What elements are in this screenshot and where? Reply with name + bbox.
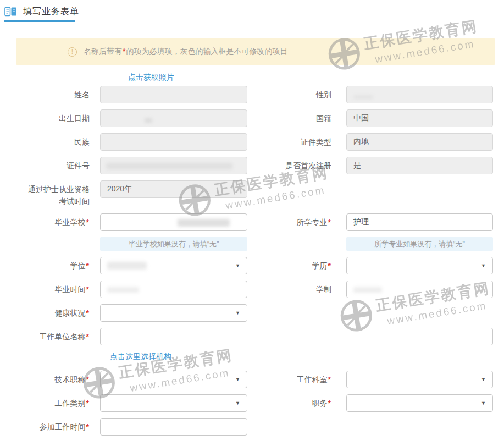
notice-bar: ! 名称后带有*的项为必填项，灰色的输入框是不可修改的项目 xyxy=(16,38,495,65)
dropdown-arrow-icon: ▼ xyxy=(235,400,240,406)
work-department-select[interactable]: ▼ xyxy=(346,371,493,388)
major-hint: 所学专业如果没有，请填“无” xyxy=(346,237,493,251)
position-select[interactable]: ▼ xyxy=(346,394,493,412)
name-input xyxy=(100,86,247,103)
form-row: 毕业时间* 学制 xyxy=(0,280,504,298)
required-asterisk: * xyxy=(123,47,125,56)
schooling-length-label: 学制 xyxy=(247,283,331,295)
required-asterisk: * xyxy=(328,261,331,270)
active-tab-underline xyxy=(4,20,75,22)
graduation-time-label: 毕业时间* xyxy=(0,283,90,295)
dropdown-arrow-icon: ▼ xyxy=(235,310,240,316)
business-form: 姓名 性别 出生日期 国籍 中国 民族 证件类型 内地 证件号 是否首次注册 是… xyxy=(0,86,504,436)
health-status-label: 健康状况* xyxy=(0,307,90,319)
form-row: 工作类别* ▼ 职务* ▼ xyxy=(0,394,504,412)
education-label: 学历* xyxy=(247,260,331,272)
redacted-value xyxy=(353,287,382,293)
dropdown-arrow-icon: ▼ xyxy=(235,377,240,382)
redacted-value xyxy=(106,163,232,169)
exam-pass-time-input: 2020年 xyxy=(100,180,247,198)
dropdown-arrow-icon: ▼ xyxy=(481,377,486,382)
work-start-time-label: 参加工作时间* xyxy=(0,421,90,433)
nationality-label: 国籍 xyxy=(247,112,331,124)
dropdown-arrow-icon: ▼ xyxy=(481,400,486,406)
required-asterisk: * xyxy=(328,399,331,408)
id-type-input: 内地 xyxy=(346,133,493,151)
major-label: 所学专业* xyxy=(247,216,331,228)
required-asterisk: * xyxy=(86,285,89,294)
required-asterisk: * xyxy=(86,218,89,227)
first-registration-input: 是 xyxy=(346,157,493,174)
work-unit-name-label: 工作单位名称* xyxy=(0,331,90,343)
notice-text: 名称后带有*的项为必填项，灰色的输入框是不可修改的项目 xyxy=(84,47,287,57)
form-row: 健康状况* ▼ xyxy=(0,304,504,322)
graduation-school-input[interactable] xyxy=(100,213,247,231)
redacted-value xyxy=(178,219,230,227)
id-number-input xyxy=(100,157,247,174)
technical-title-select[interactable]: ▼ xyxy=(100,371,247,388)
form-row: 学位* ▼ 学历* ▼ xyxy=(0,257,504,274)
gender-input xyxy=(346,86,493,103)
dropdown-arrow-icon: ▼ xyxy=(481,263,486,268)
degree-label: 学位* xyxy=(0,260,90,272)
required-asterisk: * xyxy=(86,375,89,384)
info-circle-icon: ! xyxy=(68,47,77,57)
select-org-link[interactable]: 点击这里选择机构 xyxy=(110,352,171,361)
graduation-time-input[interactable] xyxy=(100,280,247,298)
form-row: 通过护士执业资格 考试时间 2020年 xyxy=(0,180,504,207)
form-row: 毕业学校* 所学专业* 护理 xyxy=(0,213,504,231)
dropdown-arrow-icon: ▼ xyxy=(235,263,240,268)
photo-link-row: 点击获取照片 xyxy=(128,72,504,82)
degree-select[interactable]: ▼ xyxy=(100,257,247,274)
required-asterisk: * xyxy=(86,399,89,408)
required-asterisk: * xyxy=(328,218,331,227)
major-input[interactable]: 护理 xyxy=(346,213,493,231)
graduation-school-hint: 毕业学校如果没有，请填“无” xyxy=(100,237,247,251)
work-department-label: 工作科室* xyxy=(247,373,331,386)
redacted-value xyxy=(145,118,152,123)
ethnicity-label: 民族 xyxy=(0,136,90,148)
required-asterisk: * xyxy=(328,375,331,384)
form-row: 证件号 是否首次注册 是 xyxy=(0,157,504,174)
hint-row: 毕业学校如果没有，请填“无” 所学专业如果没有，请填“无” xyxy=(0,237,504,251)
required-asterisk: * xyxy=(86,332,89,341)
birth-date-input xyxy=(100,109,247,127)
redacted-value xyxy=(353,95,373,99)
position-label: 职务* xyxy=(247,397,331,409)
nationality-input: 中国 xyxy=(346,109,493,127)
form-row: 民族 证件类型 内地 xyxy=(0,133,504,151)
id-type-label: 证件类型 xyxy=(247,136,331,148)
get-photo-link[interactable]: 点击获取照片 xyxy=(128,73,174,81)
graduation-school-label: 毕业学校* xyxy=(0,216,90,228)
form-row: 姓名 性别 xyxy=(0,86,504,103)
page-title: 填写业务表单 xyxy=(23,6,79,18)
ethnicity-input xyxy=(100,133,247,151)
redacted-value xyxy=(107,287,139,293)
education-select[interactable]: ▼ xyxy=(346,257,493,274)
name-label: 姓名 xyxy=(0,89,90,101)
schooling-length-input[interactable] xyxy=(346,280,493,298)
form-book-icon xyxy=(4,6,17,17)
id-number-label: 证件号 xyxy=(0,160,90,172)
form-row: 技术职称* ▼ 工作科室* ▼ xyxy=(0,371,504,388)
health-status-select[interactable]: ▼ xyxy=(100,304,247,322)
org-link-row: 点击这里选择机构 xyxy=(110,351,504,361)
exam-pass-time-label: 通过护士执业资格 考试时间 xyxy=(0,180,90,207)
birth-date-label: 出生日期 xyxy=(0,112,90,124)
work-category-select[interactable]: ▼ xyxy=(100,394,247,412)
form-row: 出生日期 国籍 中国 xyxy=(0,109,504,127)
page-header: 填写业务表单 xyxy=(0,0,504,21)
gender-label: 性别 xyxy=(247,89,331,101)
work-category-label: 工作类别* xyxy=(0,397,90,409)
work-start-time-input[interactable] xyxy=(100,418,247,436)
required-asterisk: * xyxy=(86,422,89,431)
required-asterisk: * xyxy=(86,309,89,317)
technical-title-label: 技术职称* xyxy=(0,373,90,386)
form-row: 工作单位名称* xyxy=(0,328,504,345)
required-asterisk: * xyxy=(86,261,89,270)
work-unit-name-input[interactable] xyxy=(100,328,493,345)
form-row: 参加工作时间* xyxy=(0,418,504,436)
first-registration-label: 是否首次注册 xyxy=(247,160,331,172)
redacted-value xyxy=(107,262,147,270)
